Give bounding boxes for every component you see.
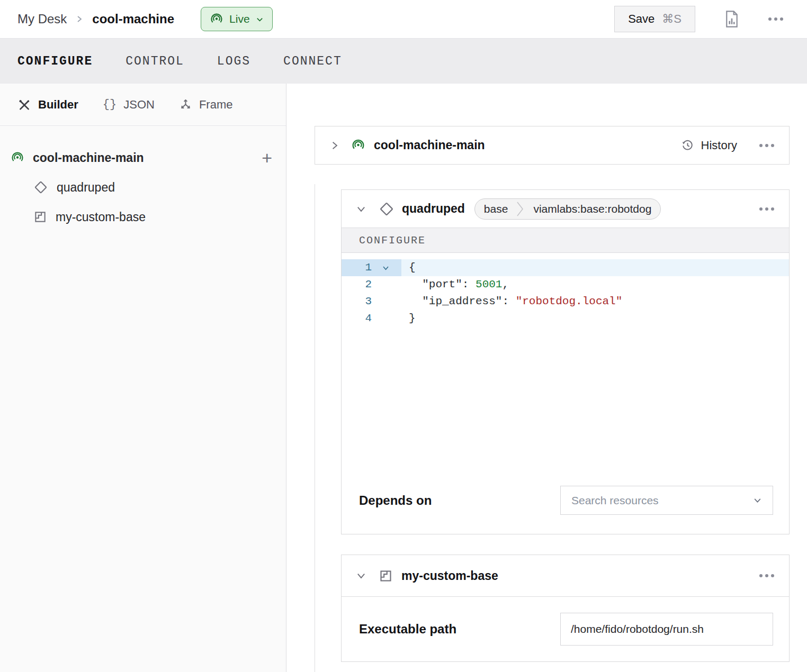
module-icon	[379, 569, 393, 583]
badge-divider-chevron-icon	[517, 199, 524, 219]
tree-item-quadruped[interactable]: quadruped	[0, 172, 286, 202]
view-switcher: Builder {} JSON Frame	[0, 84, 286, 126]
code-line[interactable]: 2 "port": 5001,	[342, 276, 789, 293]
quadruped-card-title: quadruped	[402, 202, 465, 216]
breadcrumb-root[interactable]: My Desk	[17, 12, 67, 26]
configure-section-header: CONFIGURE	[342, 228, 789, 253]
module-icon	[33, 210, 47, 224]
view-builder[interactable]: Builder	[17, 98, 78, 112]
document-chart-icon[interactable]	[724, 10, 740, 28]
custom-base-card: my-custom-base Executable path	[341, 555, 790, 662]
tab-configure[interactable]: CONFIGURE	[17, 55, 93, 68]
chevron-down-icon[interactable]	[356, 204, 366, 214]
view-json-label: JSON	[123, 98, 155, 112]
code-line[interactable]: 1 {	[342, 259, 789, 276]
chevron-down-icon[interactable]	[356, 571, 366, 580]
view-frame[interactable]: Frame	[179, 98, 233, 112]
tree-item-machine-part[interactable]: cool-machine-main +	[0, 143, 286, 172]
fold-chevron-icon[interactable]	[372, 259, 399, 276]
badge-type: base	[475, 203, 517, 215]
history-label: History	[701, 139, 737, 152]
depends-on-label: Depends on	[359, 493, 432, 508]
main-tabbar: CONFIGURE CONTROL LOGS CONNECT	[0, 38, 807, 84]
attributes-json-editor[interactable]: 1 { 2 "port": 5001,	[342, 253, 789, 479]
chevron-down-icon	[753, 496, 762, 505]
save-shortcut: ⌘S	[662, 12, 682, 26]
resource-tree: cool-machine-main + quadruped	[0, 126, 286, 232]
tree-item-label: cool-machine-main	[33, 151, 144, 165]
top-header: My Desk cool-machine Live Save ⌘S	[0, 0, 807, 38]
line-number: 3	[342, 293, 372, 310]
line-number: 4	[342, 310, 372, 327]
depends-on-select[interactable]: Search resources	[560, 486, 773, 515]
quadruped-component-card: quadruped base viamlabs:base:robotdog CO…	[341, 189, 790, 534]
breadcrumb-chevron-icon	[75, 15, 84, 23]
chevron-right-icon[interactable]	[330, 141, 339, 150]
line-number: 2	[342, 276, 372, 293]
machine-part-card: cool-machine-main History	[315, 126, 790, 165]
live-status-dropdown[interactable]: Live	[201, 7, 273, 31]
frame-axes-icon	[179, 98, 192, 111]
live-status-label: Live	[229, 13, 250, 25]
code-line[interactable]: 3 "ip_address": "robotdog.local"	[342, 293, 789, 310]
tree-item-label: quadruped	[57, 180, 115, 195]
quadruped-more-menu[interactable]	[759, 207, 774, 211]
tab-connect[interactable]: CONNECT	[283, 55, 342, 68]
code-line[interactable]: 4 }	[342, 310, 789, 327]
add-component-button[interactable]: +	[262, 149, 272, 167]
component-diamond-icon	[379, 201, 394, 217]
badge-model: viamlabs:base:robotdog	[524, 203, 660, 215]
header-more-menu[interactable]	[768, 17, 783, 21]
history-clock-icon	[681, 139, 694, 152]
breadcrumb-machine-name: cool-machine	[92, 12, 174, 26]
line-number: 1	[342, 259, 372, 276]
save-button[interactable]: Save ⌘S	[614, 6, 695, 32]
base-card-title: my-custom-base	[401, 569, 498, 583]
broadcast-icon	[11, 151, 24, 165]
history-button[interactable]: History	[681, 139, 737, 152]
executable-path-label: Executable path	[359, 622, 456, 637]
broadcast-icon	[210, 12, 223, 26]
builder-tools-icon	[17, 98, 31, 112]
view-json[interactable]: {} JSON	[103, 98, 155, 112]
tab-control[interactable]: CONTROL	[125, 55, 184, 68]
broadcast-icon	[351, 138, 365, 152]
tree-item-my-custom-base[interactable]: my-custom-base	[0, 202, 286, 232]
hierarchy-connector-line	[315, 184, 315, 672]
base-more-menu[interactable]	[759, 574, 774, 577]
component-type-badge: base viamlabs:base:robotdog	[474, 198, 661, 220]
component-diamond-icon	[33, 180, 48, 195]
save-label: Save	[628, 12, 654, 26]
tree-item-label: my-custom-base	[56, 210, 146, 224]
part-card-more-menu[interactable]	[759, 144, 774, 147]
chevron-down-icon	[256, 15, 264, 23]
executable-path-input[interactable]	[560, 613, 773, 646]
braces-icon: {}	[103, 98, 116, 111]
view-builder-label: Builder	[38, 98, 78, 112]
view-frame-label: Frame	[199, 98, 233, 112]
configure-panel: cool-machine-main History	[286, 84, 807, 672]
depends-on-placeholder: Search resources	[571, 494, 659, 507]
part-card-title: cool-machine-main	[374, 138, 485, 152]
config-sidebar: Builder {} JSON Frame	[0, 84, 286, 672]
tab-logs[interactable]: LOGS	[217, 55, 250, 68]
